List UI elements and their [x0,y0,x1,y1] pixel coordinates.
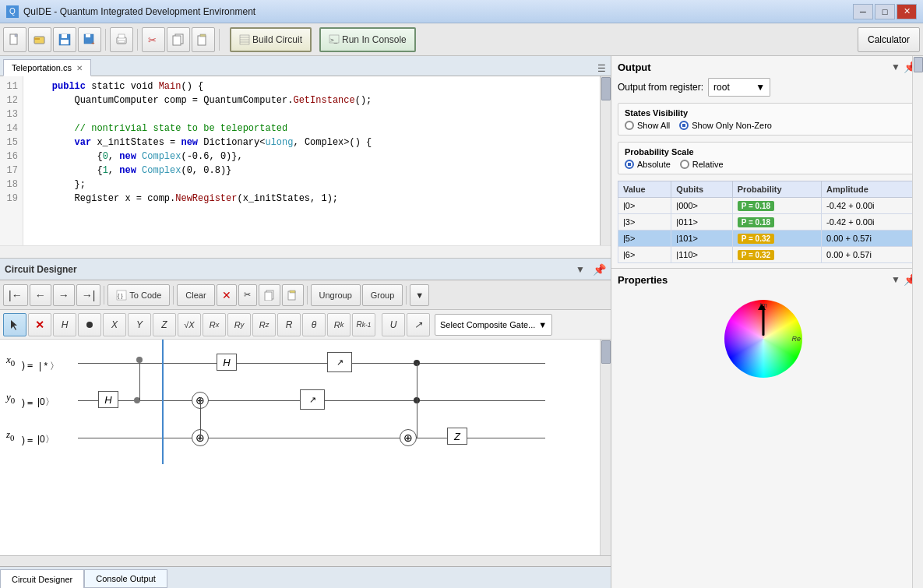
prob-badge-0: P = 0.18 [738,201,774,211]
circuit-designer-panel: Circuit Designer ▼ 📌 |← ← → →| { } To Co… [0,259,611,588]
register-dropdown[interactable]: root ▼ [708,78,770,97]
minimize-button[interactable]: ─ [853,4,873,19]
table-row[interactable]: |6> |110> P = 0.32 0.00 + 0.57i [618,247,917,263]
tab-circuit-designer[interactable]: Circuit Designer [0,569,84,588]
z-gate-btn[interactable]: Z [153,313,176,336]
color-wheel: Im Re [724,300,802,378]
paste-button[interactable] [192,27,215,52]
step-forward-button[interactable]: → [53,284,75,306]
right-scrollbar[interactable] [912,56,923,588]
ry-gate-btn[interactable]: Ry [227,313,251,336]
z-gate-z0[interactable]: Z [447,428,467,445]
saveas-button[interactable]: + [78,27,101,52]
code-content[interactable]: 1112131415 16171819 public static void M… [0,76,600,245]
qubit-y0-eq2: = [27,397,33,408]
scale-radio-group: Absolute Relative [625,160,910,169]
print-button[interactable] [110,27,133,52]
cir-sep-1 [104,286,104,305]
rx-gate-btn[interactable]: Rx [203,313,226,336]
measure-y0[interactable]: ↗ [300,389,325,410]
show-all-radio[interactable]: Show All [625,121,670,130]
circuit-canvas[interactable]: x0 ) = | * 〉 H ↗ [0,340,600,464]
circuit-scroll-thumb[interactable] [601,340,611,364]
circuit-collapse-button[interactable]: ▼ [576,264,585,275]
delete-button[interactable]: ✕ [217,284,237,306]
relative-radio[interactable]: Relative [680,160,724,169]
properties-collapse-button[interactable]: ▼ [891,274,900,285]
h-gate-btn[interactable]: H [53,313,76,336]
open-button[interactable] [28,27,51,52]
x2-gate-btn[interactable]: X [103,313,126,336]
paste2-button[interactable] [282,284,304,306]
title-bar: Q QuIDE - Quantum Integrated Development… [0,0,923,23]
cut-button[interactable]: ✂ [142,27,165,52]
theta-gate-btn[interactable]: θ [302,313,326,336]
to-code-button[interactable]: { } To Code [107,284,170,306]
rk-gate-btn[interactable]: Rk [327,313,351,336]
control-dot-btn[interactable] [78,313,101,336]
code-scrollbar[interactable] [600,76,611,245]
h-gate-y0[interactable]: H [98,391,118,408]
absolute-radio[interactable]: Absolute [625,160,671,169]
clear-button[interactable]: Clear [177,284,214,306]
rkinv-gate-btn[interactable]: Rk-1 [352,313,375,336]
r-gate-btn[interactable]: R [277,313,301,336]
group-button[interactable]: Group [362,284,403,306]
tab-console-output[interactable]: Console Output [84,569,167,588]
dot-icon [86,321,93,329]
build-circuit-button[interactable]: Build Circuit [230,27,312,52]
circuit-hscrollbar[interactable] [0,555,611,566]
qubit-y0-label: y0 [6,391,15,405]
run-console-button[interactable]: >_ Run In Console [319,27,416,52]
save-button[interactable] [53,27,76,52]
new-button[interactable] [3,27,26,52]
code-hscrollbar[interactable] [0,245,611,258]
x-gate-btn[interactable]: ✕ [28,313,51,336]
editor-menu-button[interactable]: ☰ [593,62,611,76]
qubit-y0-state: |0〉 [37,396,55,409]
scroll-thumb[interactable] [601,77,611,100]
maximize-button[interactable]: □ [875,4,895,19]
close-button[interactable]: ✕ [897,4,917,19]
xnot2-z0[interactable]: ⊕ [400,429,417,446]
main-toolbar: + ✂ Build Circuit >_ Run In Console Calc… [0,23,923,56]
copy-button[interactable] [167,27,190,52]
table-row[interactable]: |0> |000> P = 0.18 -0.42 + 0.00i [618,198,917,214]
open-icon [33,33,46,46]
h-gate-x0[interactable]: H [217,354,237,371]
step-back-button[interactable]: ← [30,284,51,306]
table-row-selected[interactable]: |5> |101> P = 0.32 0.00 + 0.57i [618,231,917,247]
arrow-gate-btn[interactable]: ↗ [407,313,430,336]
ungroup-button[interactable]: Ungroup [311,284,361,306]
paste2-icon [287,290,298,301]
cursor-gate-btn[interactable] [3,313,26,336]
calculator-button[interactable]: Calculator [858,27,920,52]
small-dot-x0 [136,357,143,363]
tab-bar: Teleportation.cs ✕ ☰ [0,56,611,76]
right-scroll-thumb[interactable] [914,57,923,72]
bottom-tabs: Circuit Designer Console Output [0,566,611,588]
wire-x0 [78,363,545,364]
copy2-button[interactable] [259,284,280,306]
cut2-button[interactable]: ✂ [238,284,257,306]
goto-start-button[interactable]: |← [3,284,28,306]
y-gate-btn[interactable]: Y [128,313,151,336]
composite-gate-dropdown[interactable]: Select Composite Gate... ▼ [435,314,552,336]
tab-teleportation[interactable]: Teleportation.cs ✕ [3,59,91,76]
u-gate-btn[interactable]: U [382,313,405,336]
table-row[interactable]: |3> |011> P = 0.18 -0.42 + 0.00i [618,214,917,231]
show-nonzero-radio[interactable]: Show Only Non-Zero [679,121,772,130]
output-collapse-button[interactable]: ▼ [891,62,900,72]
circuit-scrollbar[interactable] [600,340,611,555]
visibility-section: States Visibility Show All Show Only Non… [618,103,917,136]
sqrtx-gate-btn[interactable]: √X [178,313,201,336]
rz-gate-btn[interactable]: Rz [252,313,276,336]
tab-close-icon[interactable]: ✕ [76,64,83,72]
cursor-icon [9,319,20,330]
more-button[interactable]: ▼ [410,284,429,306]
copy2-icon [264,290,275,301]
measure-x0[interactable]: ↗ [327,352,352,372]
qubit-z0-eq2: = [27,435,33,445]
circuit-pin-icon[interactable]: 📌 [593,263,606,276]
goto-end-button[interactable]: →| [76,284,101,306]
